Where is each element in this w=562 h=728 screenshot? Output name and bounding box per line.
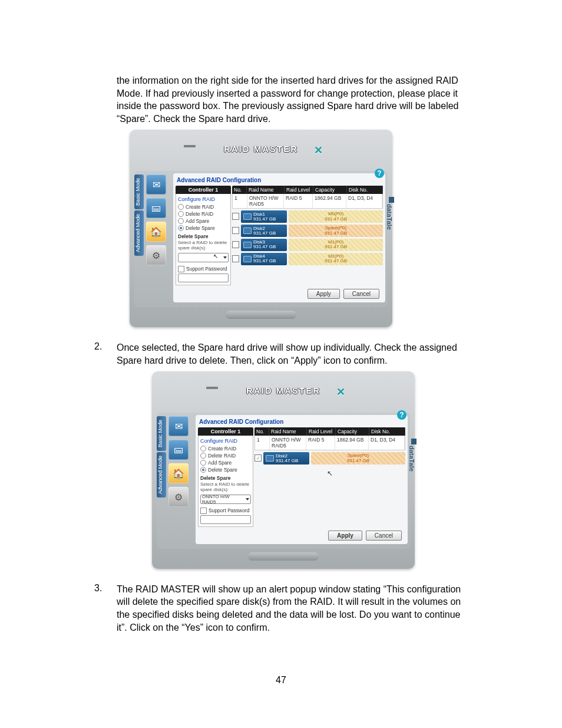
apply-button[interactable]: Apply <box>308 289 340 299</box>
disk1-checkbox[interactable] <box>232 213 239 220</box>
support-password-checkbox[interactable] <box>200 508 207 514</box>
panel-title: Advanced RAID Configuration <box>199 419 405 425</box>
screenshot-1: ✕ RAID MASTER ? Basic Mode Advanced Mode… <box>130 130 392 327</box>
tab-advanced-mode[interactable]: Advanced Mode <box>134 210 144 256</box>
footer-bar <box>248 552 319 561</box>
radio-create-raid-label: Create RAID <box>186 204 214 210</box>
disk4-status: M2(P0)931.47 GB <box>289 253 383 265</box>
disk2-status: Spare(P0)931.47 GB <box>289 225 383 237</box>
support-password-label: Support Password <box>186 266 227 272</box>
disk3-checkbox[interactable] <box>232 241 239 248</box>
disk-row-4: Disk4931.47 GB M2(P0)931.47 GB <box>232 253 383 265</box>
disk-row-3: Disk3931.47 GB M1(P0)931.47 GB <box>232 239 383 251</box>
tab-basic-mode[interactable]: Basic Mode <box>134 174 144 209</box>
raid-table-row[interactable]: 1 ONNTO H/W RAID5 RAID 5 1862.94 GB D1, … <box>232 194 383 209</box>
screenshot-2: ✕ RAID MASTER ? Basic Mode Advanced Mode… <box>152 371 415 569</box>
disk2-checkbox[interactable] <box>232 227 239 234</box>
radio-delete-spare[interactable] <box>178 225 184 231</box>
sidebar-icon-4[interactable]: ⚙ <box>168 487 189 507</box>
radio-create-raid[interactable] <box>200 446 206 452</box>
step-2-paragraph: Once selected, the Spare hard drive will… <box>117 341 468 367</box>
disk4-checkbox[interactable] <box>232 255 239 262</box>
panel-title: Advanced RAID Configuration <box>177 177 383 183</box>
radio-add-spare[interactable] <box>200 460 206 466</box>
radio-delete-spare-label: Delete Spare <box>186 225 215 231</box>
raid-table-header: No. Raid Name Raid Level Capacity Disk N… <box>232 186 383 194</box>
cursor-icon: ↖ <box>254 469 405 477</box>
controller-header: Controller 1 <box>198 427 253 436</box>
disk2-status: Spare(P0)931.47 GB <box>311 452 405 465</box>
disk3-status: M1(P0)931.47 GB <box>289 239 383 251</box>
sidebar-icon-3[interactable]: 🏠 <box>146 222 166 242</box>
disk3-label: Disk3931.47 GB <box>241 239 287 251</box>
disk4-label: Disk4931.47 GB <box>241 253 287 265</box>
cancel-button[interactable]: Cancel <box>343 289 379 299</box>
disk2-label: Disk2931.47 GB <box>241 225 287 237</box>
raid-table-header: No. Raid Name Raid Level Capacity Disk N… <box>254 427 405 436</box>
brand-label: dataTale <box>408 436 416 474</box>
raid-select-combo[interactable]: ↖ <box>178 253 229 262</box>
apply-button[interactable]: Apply <box>328 531 362 541</box>
sidebar-icon-2[interactable]: 🖴 <box>146 198 166 218</box>
tab-advanced-mode[interactable]: Advanced Mode <box>157 452 166 498</box>
app-title: RAID MASTER <box>134 144 388 154</box>
radio-delete-spare[interactable] <box>200 467 206 473</box>
brand-label: dataTale <box>385 195 394 232</box>
hdd-icon <box>243 213 252 220</box>
configure-raid-link[interactable]: Configure RAID <box>178 196 229 202</box>
select-raid-hint: Select a RAID to delete spare disk(s): <box>200 482 251 493</box>
disk1-label: Disk1931.47 GB <box>241 210 287 223</box>
sidebar-icon-4[interactable]: ⚙ <box>146 245 166 265</box>
radio-delete-raid[interactable] <box>200 453 206 459</box>
controller-header: Controller 1 <box>176 186 231 194</box>
support-password-label: Support Password <box>209 508 249 513</box>
close-icon[interactable]: ✕ <box>314 144 323 157</box>
hdd-icon <box>243 228 252 234</box>
disk-row-2: ✓ Disk2931.47 GB Spare(P0)931.47 GB <box>254 452 405 465</box>
radio-add-spare-label: Add Spare <box>186 218 209 224</box>
hdd-icon <box>243 256 252 262</box>
step-3-paragraph: The RAID MASTER will show up an alert po… <box>117 583 468 634</box>
disk1-status: M0(P0)931.47 GB <box>289 210 383 223</box>
intro-paragraph: the information on the right side for th… <box>117 74 468 125</box>
hdd-icon <box>243 242 252 248</box>
page-number: 47 <box>94 675 468 686</box>
sidebar-icon-1[interactable]: ✉ <box>168 416 189 436</box>
sidebar-icon-2[interactable]: 🖴 <box>168 440 189 460</box>
support-password-checkbox[interactable] <box>178 266 184 272</box>
disk2-checkbox[interactable]: ✓ <box>254 454 262 462</box>
radio-delete-raid-label: Delete RAID <box>186 211 213 217</box>
app-title: RAID MASTER <box>157 386 410 396</box>
close-icon[interactable]: ✕ <box>336 386 345 398</box>
sidebar-icon-1[interactable]: ✉ <box>146 174 166 195</box>
disk-row-2: Disk2931.47 GB Spare(P0)931.47 GB <box>232 225 383 237</box>
cursor-icon: ↖ <box>213 253 218 259</box>
password-input[interactable] <box>200 515 251 524</box>
configure-raid-link[interactable]: Configure RAID <box>200 438 251 444</box>
sidebar-icon-3[interactable]: 🏠 <box>168 463 189 483</box>
radio-create-raid[interactable] <box>178 204 184 210</box>
radio-add-spare[interactable] <box>178 218 184 224</box>
raid-table-row[interactable]: 1 ONNTO H/W RAID5 RAID 5 1862.94 GB D1, … <box>254 436 405 450</box>
cancel-button[interactable]: Cancel <box>366 531 402 541</box>
radio-delete-raid[interactable] <box>178 211 184 217</box>
footer-bar <box>226 311 296 319</box>
password-input[interactable] <box>178 274 229 282</box>
select-raid-hint: Select a RAID to delete spare disk(s): <box>178 241 229 251</box>
disk-row-1: Disk1931.47 GB M0(P0)931.47 GB <box>232 210 383 223</box>
minimize-icon[interactable] <box>184 145 196 147</box>
raid-select-combo[interactable]: ONNTO H/W RAID5 <box>200 495 251 504</box>
disk2-label: Disk2931.47 GB <box>263 452 309 465</box>
tab-basic-mode[interactable]: Basic Mode <box>157 416 166 451</box>
delete-spare-subheader: Delete Spare <box>178 233 229 239</box>
hdd-icon <box>266 455 274 462</box>
delete-spare-subheader: Delete Spare <box>200 475 251 481</box>
minimize-icon[interactable] <box>206 387 218 389</box>
